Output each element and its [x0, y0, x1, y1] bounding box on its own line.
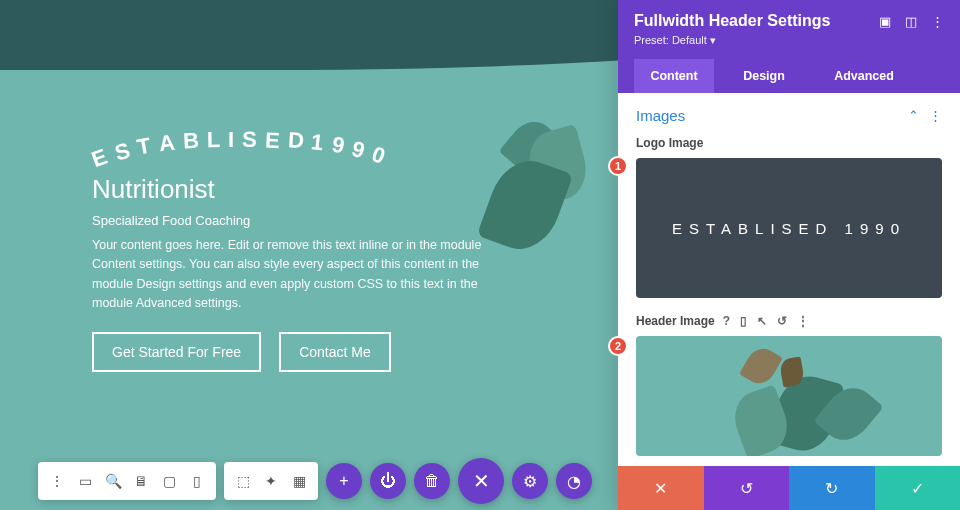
undo-button[interactable]: ↺ [704, 466, 790, 510]
panel-header-icons: ▣ ◫ ⋮ [879, 14, 944, 29]
tablet-icon[interactable]: ▢ [156, 468, 182, 494]
settings-panel: Fullwidth Header Settings ▣ ◫ ⋮ Preset: … [618, 0, 960, 510]
header-image-label: Header Image ? ▯ ↖ ↺ ⋮ [636, 314, 942, 328]
chevron-up-icon[interactable]: ⌃ [908, 108, 919, 123]
toolbar-group-2: ⬚ ✦ ▦ [224, 462, 318, 500]
panel-title: Fullwidth Header Settings [634, 12, 830, 30]
snap-icon[interactable]: ◫ [905, 14, 917, 29]
logo-image-label: Logo Image [636, 136, 942, 150]
wireframe-icon[interactable]: ▭ [72, 468, 98, 494]
responsive-icon[interactable]: ▯ [740, 314, 747, 328]
field-tools: ? ▯ ↖ ↺ ⋮ [723, 314, 809, 328]
grid-icon[interactable]: ▦ [286, 468, 312, 494]
builder-bottom-bar: ⋮ ▭ 🔍 🖥 ▢ ▯ ⬚ ✦ ▦ + ⏻ 🗑 ✕ ⚙ ◔ [38, 460, 592, 502]
logo-image-label-text: Logo Image [636, 136, 703, 150]
save-button[interactable]: ✓ [875, 466, 961, 510]
section-header[interactable]: Images ⌃ ⋮ [636, 107, 942, 124]
header-image-upload[interactable] [636, 336, 942, 456]
panel-header: Fullwidth Header Settings ▣ ◫ ⋮ Preset: … [618, 0, 960, 93]
zoom-icon[interactable]: 🔍 [100, 468, 126, 494]
logo-image: ESTABLISED 1990 [92, 130, 522, 156]
logo-thumb-text: ESTABLISED 1990 [672, 220, 906, 237]
close-builder-button[interactable]: ✕ [458, 458, 504, 504]
select-icon[interactable]: ⬚ [230, 468, 256, 494]
cancel-button[interactable]: ✕ [618, 466, 704, 510]
section-more-icon[interactable]: ⋮ [929, 108, 942, 123]
phone-icon[interactable]: ▯ [184, 468, 210, 494]
hero-subtitle[interactable]: Specialized Food Coaching [92, 213, 522, 228]
menu-icon[interactable]: ⋮ [44, 468, 70, 494]
toolbar-group-1: ⋮ ▭ 🔍 🖥 ▢ ▯ [38, 462, 216, 500]
hero-title[interactable]: Nutritionist [92, 174, 522, 205]
panel-body: Images ⌃ ⋮ Logo Image 1 ESTABLISED 1990 … [618, 93, 960, 466]
power-button[interactable]: ⏻ [370, 463, 406, 499]
more-icon[interactable]: ⋮ [931, 14, 944, 29]
hero-buttons: Get Started For Free Contact Me [92, 332, 522, 372]
annotation-badge-2: 2 [618, 336, 628, 356]
section-title: Images [636, 107, 685, 124]
annotation-badge-1: 1 [618, 156, 628, 176]
contact-button[interactable]: Contact Me [279, 332, 391, 372]
wand-icon[interactable]: ✦ [258, 468, 284, 494]
add-button[interactable]: + [326, 463, 362, 499]
trash-button[interactable]: 🗑 [414, 463, 450, 499]
expand-icon[interactable]: ▣ [879, 14, 891, 29]
tab-content[interactable]: Content [634, 59, 714, 93]
header-image-label-text: Header Image [636, 314, 715, 328]
panel-tabs: Content Design Advanced [634, 59, 944, 93]
preset-dropdown[interactable]: Preset: Default ▾ [634, 34, 944, 47]
desktop-icon[interactable]: 🖥 [128, 468, 154, 494]
get-started-button[interactable]: Get Started For Free [92, 332, 261, 372]
logo-image-upload[interactable]: ESTABLISED 1990 [636, 158, 942, 298]
field-more-icon[interactable]: ⋮ [797, 314, 809, 328]
reset-icon[interactable]: ↺ [777, 314, 787, 328]
help-icon[interactable]: ? [723, 314, 730, 328]
hero-content: ESTABLISED 1990 Nutritionist Specialized… [92, 130, 522, 372]
redo-button[interactable]: ↻ [789, 466, 875, 510]
hover-icon[interactable]: ↖ [757, 314, 767, 328]
history-button[interactable]: ◔ [556, 463, 592, 499]
settings-button[interactable]: ⚙ [512, 463, 548, 499]
tab-advanced[interactable]: Advanced [814, 59, 914, 93]
panel-footer: ✕ ↺ ↻ ✓ [618, 466, 960, 510]
tab-design[interactable]: Design [714, 59, 814, 93]
hero-body[interactable]: Your content goes here. Edit or remove t… [92, 236, 522, 314]
